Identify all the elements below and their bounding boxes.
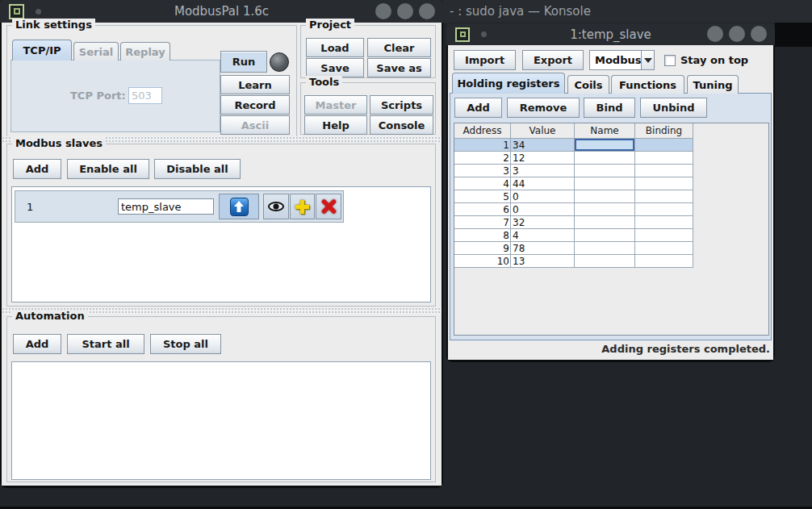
register-remove-button[interactable]: Remove (507, 98, 580, 118)
close-button[interactable] (751, 26, 767, 42)
table-cell[interactable]: 13 (511, 255, 575, 268)
column-header-name[interactable]: Name (575, 123, 635, 139)
table-cell[interactable] (635, 216, 693, 229)
table-row[interactable]: 732 (454, 216, 768, 229)
enable-all-button[interactable]: Enable all (67, 159, 149, 179)
table-cell[interactable] (575, 152, 635, 165)
column-header-address[interactable]: Address (454, 123, 511, 139)
export-button[interactable]: Export (522, 50, 584, 70)
table-row[interactable]: 212 (454, 152, 768, 165)
table-cell[interactable]: 5 (454, 190, 511, 203)
table-cell[interactable]: 44 (511, 177, 575, 190)
table-cell[interactable]: 6 (454, 203, 511, 216)
table-cell[interactable]: 4 (511, 229, 575, 242)
tab-serial[interactable]: Serial (73, 42, 119, 60)
maximize-button[interactable] (729, 26, 745, 42)
console-button[interactable]: Console (370, 115, 433, 135)
table-row[interactable]: 33 (454, 165, 768, 177)
dialog-titlebar[interactable]: 1:temp_slave (446, 23, 775, 45)
tab-tuning[interactable]: Tuning (687, 75, 739, 94)
tab-coils[interactable]: Coils (567, 75, 609, 94)
tab-tcpip[interactable]: TCP/IP (12, 40, 72, 60)
record-button[interactable]: Record (220, 95, 290, 115)
table-cell[interactable]: 78 (511, 242, 575, 255)
table-cell[interactable]: 3 (511, 165, 575, 177)
table-row[interactable]: 50 (454, 190, 768, 203)
start-all-button[interactable]: Start all (67, 334, 144, 354)
table-cell[interactable]: 8 (454, 229, 511, 242)
tab-replay[interactable]: Replay (120, 42, 170, 60)
slave-duplicate-button[interactable] (290, 194, 315, 219)
table-cell[interactable] (575, 229, 635, 242)
register-unbind-button[interactable]: Unbind (640, 98, 707, 118)
table-cell[interactable] (575, 139, 635, 152)
clear-button[interactable]: Clear (367, 38, 431, 57)
table-cell[interactable] (635, 190, 693, 203)
table-cell[interactable] (575, 242, 635, 255)
table-cell[interactable]: 2 (454, 152, 511, 165)
stop-all-button[interactable]: Stop all (150, 334, 221, 354)
table-cell[interactable] (635, 152, 693, 165)
combobox-arrow-button[interactable] (641, 51, 654, 69)
table-row[interactable]: 84 (454, 229, 768, 242)
table-cell[interactable] (635, 242, 693, 255)
tcp-port-input[interactable] (128, 87, 162, 104)
table-cell[interactable] (635, 255, 693, 268)
register-add-button[interactable]: Add (454, 98, 502, 118)
save-button[interactable]: Save (306, 58, 364, 77)
table-cell[interactable] (635, 165, 693, 177)
slave-delete-button[interactable] (316, 194, 341, 219)
table-cell[interactable]: 0 (511, 190, 575, 203)
tab-holding-registers[interactable]: Holding registers (452, 73, 565, 94)
table-cell[interactable] (575, 216, 635, 229)
table-row[interactable]: 444 (454, 177, 768, 190)
table-cell[interactable]: 32 (511, 216, 575, 229)
table-cell[interactable]: 10 (454, 255, 511, 268)
scripts-button[interactable]: Scripts (370, 95, 433, 115)
table-cell[interactable] (635, 203, 693, 216)
table-cell[interactable]: 34 (511, 139, 575, 152)
minimize-button[interactable] (707, 26, 723, 42)
table-cell[interactable]: 12 (511, 152, 575, 165)
table-cell[interactable] (575, 190, 635, 203)
column-header-value[interactable]: Value (511, 123, 575, 139)
registers-scrollpane[interactable]: AddressValueNameBinding13421233444506073… (454, 123, 769, 336)
table-row[interactable]: 134 (454, 139, 768, 152)
table-row[interactable]: 1013 (454, 255, 768, 268)
minimize-button[interactable] (375, 3, 391, 19)
maximize-button[interactable] (397, 3, 413, 19)
table-cell[interactable]: 9 (454, 242, 511, 255)
slave-row[interactable]: 1 (15, 190, 344, 223)
save-as-button[interactable]: Save as (367, 58, 431, 77)
table-row[interactable]: 60 (454, 203, 768, 216)
table-cell[interactable] (635, 139, 693, 152)
table-cell[interactable]: 3 (454, 165, 511, 177)
table-cell[interactable] (575, 165, 635, 177)
table-cell[interactable]: 7 (454, 216, 511, 229)
tab-functions[interactable]: Functions (611, 75, 684, 94)
close-button[interactable] (419, 3, 435, 19)
table-cell[interactable]: 0 (511, 203, 575, 216)
load-button[interactable]: Load (306, 38, 364, 57)
slave-enable-button[interactable] (219, 194, 259, 219)
table-cell[interactable] (575, 255, 635, 268)
table-cell[interactable] (575, 177, 635, 190)
slave-add-button[interactable]: Add (13, 159, 61, 179)
konsole-titlebar[interactable]: - : sudo java — Konsole (443, 0, 812, 23)
slave-view-button[interactable] (263, 194, 289, 219)
column-header-binding[interactable]: Binding (635, 123, 693, 139)
mode-combobox[interactable]: Modbus (589, 50, 655, 70)
slave-name-input[interactable] (118, 198, 214, 215)
help-button[interactable]: Help (304, 115, 367, 135)
table-cell[interactable]: 1 (454, 139, 511, 152)
table-row[interactable]: 978 (454, 242, 768, 255)
table-cell[interactable]: 4 (454, 177, 511, 190)
automation-add-button[interactable]: Add (13, 334, 61, 354)
import-button[interactable]: Import (454, 50, 516, 70)
disable-all-button[interactable]: Disable all (154, 159, 241, 179)
table-cell[interactable] (635, 177, 693, 190)
run-button[interactable]: Run (220, 51, 267, 73)
table-cell[interactable] (635, 229, 693, 242)
learn-button[interactable]: Learn (220, 75, 290, 94)
stay-on-top-checkbox[interactable] (664, 55, 676, 66)
